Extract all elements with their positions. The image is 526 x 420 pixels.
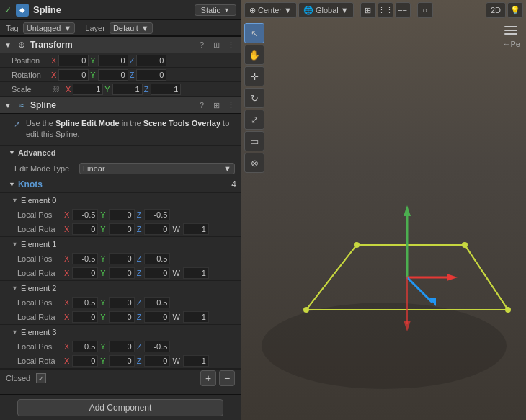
elem-0-pos-y[interactable]	[109, 209, 135, 220]
position-z-input[interactable]	[136, 55, 166, 66]
elem-3-rot-w[interactable]	[183, 355, 209, 367]
position-x-input[interactable]	[58, 55, 89, 66]
element-0: ▼ Element 0 Local Posi X Y Z Local Ro	[0, 193, 241, 237]
circle-btn[interactable]: ○	[417, 2, 433, 18]
transform-layout-btn[interactable]: ⊞	[210, 39, 222, 50]
select-tool-btn[interactable]: ↖	[244, 23, 264, 43]
layer-dropdown[interactable]: Default ▼	[110, 22, 153, 34]
custom-tool-btn[interactable]: ⊗	[244, 153, 264, 173]
elem-2-rot-y[interactable]	[109, 311, 135, 323]
spline-help-btn[interactable]: ?	[196, 99, 208, 111]
scale-tool-btn[interactable]: ⤢	[244, 110, 264, 130]
spline-info-text: Use the Spline Edit Mode in the Scene To…	[26, 118, 235, 140]
elem-1-pos-x[interactable]	[72, 253, 98, 264]
rotation-z-input[interactable]	[136, 69, 166, 81]
elem-0-pos-row: Local Posi X Y Z	[0, 207, 241, 222]
elem-3-pos-y[interactable]	[109, 341, 135, 352]
remove-knot-btn[interactable]: −	[219, 370, 235, 386]
closed-checkbox[interactable]: ✓	[36, 373, 46, 383]
panel-scroll-area[interactable]: ▼ ⊕ Transform ? ⊞ ⋮ Position X Y Z	[0, 36, 241, 394]
element-0-title: Element 0	[21, 196, 57, 205]
elem-2-pos-y[interactable]	[109, 297, 135, 308]
rotation-row: Rotation X Y Z	[0, 68, 241, 82]
grid-btn-1[interactable]: ⊞	[360, 2, 376, 18]
elem-2-rot-label: Local Rota	[17, 313, 64, 321]
element-0-toggle[interactable]: ▼	[12, 197, 18, 204]
component-check[interactable]: ✓	[4, 5, 12, 15]
elem-1-rot-x[interactable]	[72, 267, 98, 279]
spline-layout-btn[interactable]: ⊞	[210, 99, 222, 111]
elem-0-rot-x[interactable]	[72, 223, 98, 235]
rotation-z-label: Z	[130, 71, 135, 79]
add-knot-btn[interactable]: +	[200, 370, 216, 386]
elem-2-rot-w[interactable]	[183, 311, 209, 323]
add-component-button[interactable]: Add Component	[17, 399, 223, 416]
element-1-header: ▼ Element 1	[0, 237, 241, 251]
tag-dropdown[interactable]: Untagged ▼	[23, 22, 76, 34]
2d-toggle[interactable]: 2D	[486, 2, 506, 18]
elem-2-pos-x[interactable]	[72, 297, 98, 308]
element-1-toggle[interactable]: ▼	[12, 241, 18, 248]
elem-2-rot-xyz: X Y Z W	[64, 311, 209, 323]
elem-3-rot-x[interactable]	[72, 355, 98, 367]
elem-0-rot-w[interactable]	[183, 223, 209, 235]
elem-2-rot-x[interactable]	[72, 311, 98, 323]
viewport-toolbar: ⊕ Center ▼ 🌐 Global ▼ ⊞ ⋮⋮ ≡≡ ○ 2D 💡	[241, 0, 526, 20]
elem-3-rot-y[interactable]	[109, 355, 135, 367]
element-2: ▼ Element 2 Local Posi X Y Z Local Ro	[0, 281, 241, 325]
grid-btn-2[interactable]: ⋮⋮	[378, 2, 393, 18]
elem-1-rot-y[interactable]	[109, 267, 135, 279]
hand-tool-btn[interactable]: ✋	[244, 45, 264, 65]
scale-z-input[interactable]	[151, 84, 181, 95]
center-button[interactable]: ⊕ Center ▼	[244, 2, 297, 18]
spline-mesh	[241, 0, 526, 420]
tag-dropdown-arrow: ▼	[63, 24, 71, 32]
elem-1-pos-y[interactable]	[109, 253, 135, 264]
bulb-btn[interactable]: 💡	[507, 2, 523, 18]
elem-3-pos-z[interactable]	[144, 341, 170, 352]
elem-1-pos-z[interactable]	[144, 253, 170, 264]
transform-menu-btn[interactable]: ⋮	[225, 39, 236, 50]
svg-line-5	[465, 245, 508, 310]
advanced-toggle[interactable]: ▼	[9, 149, 15, 156]
rotation-x-input[interactable]	[58, 69, 89, 81]
transform-help-btn[interactable]: ?	[196, 39, 208, 50]
knots-toggle[interactable]: ▼	[9, 181, 15, 188]
elem-1-rot-z[interactable]	[144, 267, 170, 279]
elem-3-pos-x[interactable]	[72, 341, 98, 352]
rect-tool-btn[interactable]: ▭	[244, 131, 264, 151]
global-button[interactable]: 🌐 Global ▼	[298, 2, 354, 18]
elem-0-pos-z[interactable]	[144, 209, 170, 220]
elem-3-rot-z[interactable]	[144, 355, 170, 367]
elem-0-rot-w-label: W	[172, 225, 179, 233]
elem-0-rot-y[interactable]	[109, 223, 135, 235]
static-dropdown[interactable]: Static ▼	[195, 4, 236, 16]
rotation-y-input[interactable]	[98, 69, 128, 81]
elem-2-rot-z[interactable]	[144, 311, 170, 323]
transform-toggle[interactable]: ▼	[4, 41, 12, 49]
element-0-header: ▼ Element 0	[0, 193, 241, 207]
elem-0-pos-x[interactable]	[72, 209, 98, 220]
hamburger-button[interactable]	[502, 23, 520, 37]
elem-2-pos-z[interactable]	[144, 297, 170, 308]
edit-mode-dropdown[interactable]: Linear ▼	[79, 163, 235, 174]
component-name: Spline	[33, 4, 190, 15]
grid-btn-3[interactable]: ≡≡	[395, 2, 411, 18]
svg-line-10	[407, 277, 432, 303]
edit-mode-arrow: ▼	[223, 164, 231, 173]
scale-z-label: Z	[144, 85, 149, 94]
spline-menu-btn[interactable]: ⋮	[225, 99, 236, 111]
element-3-toggle[interactable]: ▼	[12, 329, 18, 336]
move-tool-btn[interactable]: ✛	[244, 66, 264, 86]
position-y-input[interactable]	[98, 55, 128, 66]
scale-x-input[interactable]	[73, 84, 103, 95]
elem-1-rot-w[interactable]	[183, 267, 209, 279]
spline-toggle[interactable]: ▼	[4, 102, 12, 110]
elem-0-rot-z[interactable]	[144, 223, 170, 235]
scale-y-input[interactable]	[112, 84, 143, 95]
rotate-tool-btn[interactable]: ↻	[244, 88, 264, 108]
scale-link-icon: ⛓	[51, 84, 61, 94]
element-2-toggle[interactable]: ▼	[12, 285, 18, 292]
elem-3-rot-xyz: X Y Z W	[64, 355, 209, 367]
position-xyz: X Y Z	[51, 55, 235, 66]
